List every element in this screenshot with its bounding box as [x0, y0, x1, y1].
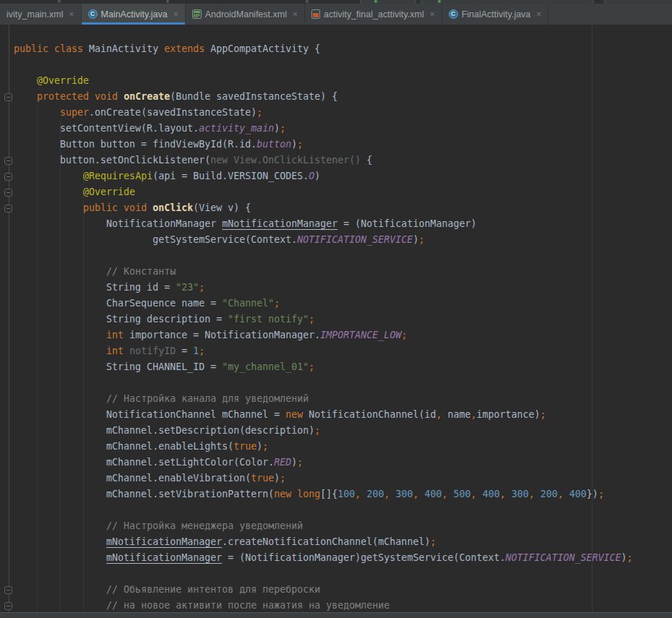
editor[interactable]: public class MainActivity extends AppCom… — [0, 25, 672, 612]
code-line[interactable] — [14, 248, 672, 264]
code-token: @Override — [83, 186, 135, 197]
code-token: ; — [627, 552, 633, 563]
tab-androidmanifest-xml[interactable]: MFAndroidManifest.xml× — [186, 4, 305, 25]
run-icon[interactable] — [374, 0, 377, 3]
code-token — [14, 346, 106, 356]
fold-marker-icon[interactable]: – — [4, 93, 12, 101]
code-line[interactable]: // Настройка канала для уведомлений — [14, 391, 672, 407]
code-line[interactable]: getSystemService(Context.NOTIFICATION_SE… — [14, 232, 672, 248]
code-area[interactable]: public class MainActivity extends AppCom… — [0, 25, 672, 612]
tab-activity-final-acttivity-xml[interactable]: activity_final_acttivity.xml× — [305, 4, 442, 25]
code-line[interactable]: mChannel.setDescription(description); — [14, 423, 672, 439]
code-line[interactable] — [14, 57, 672, 73]
code-token: ; — [309, 361, 314, 372]
code-token: String description = — [14, 314, 228, 325]
code-token: 100 — [337, 489, 355, 499]
code-line[interactable] — [14, 375, 672, 391]
code-token: onClick — [152, 202, 193, 213]
fold-marker-icon[interactable]: – — [4, 586, 12, 594]
close-icon[interactable]: × — [293, 10, 298, 19]
code-token: // на новое активити после нажатия на ув… — [106, 600, 389, 611]
code-token: button.setOnClickListener( — [14, 155, 210, 166]
close-icon[interactable]: × — [430, 10, 435, 19]
code-token: name — [441, 409, 470, 420]
code-line[interactable] — [14, 502, 672, 518]
tab-mainactivity-java[interactable]: CMainActivity.java× — [82, 4, 186, 25]
code-token: ; — [314, 425, 320, 436]
code-token: "23" — [176, 282, 199, 293]
code-token: onCreate — [124, 91, 170, 102]
layout-xml-file-icon — [311, 9, 320, 19]
code-token: AppCompatActivity { — [210, 43, 320, 54]
tab-finalacttivity-java[interactable]: CFinalActtivity.java× — [442, 4, 549, 25]
manifest-file-icon: MF — [192, 9, 202, 19]
tab-label: FinalActtivity.java — [462, 9, 531, 20]
fold-marker-icon[interactable]: – — [4, 173, 12, 181]
fold-marker-icon[interactable]: – — [4, 157, 12, 165]
code-token: importance = NotificationManager. — [124, 330, 320, 340]
code-line[interactable]: mChannel.enableLights(true); — [14, 439, 672, 455]
code-token: ; — [297, 457, 303, 468]
code-line[interactable]: @Override — [14, 73, 672, 89]
code-token: mChannel.enableLights( — [14, 441, 233, 452]
tab-label: MainActivity.java — [101, 9, 168, 20]
code-line[interactable]: button.setOnClickListener(new View.OnCli… — [14, 153, 672, 168]
code-line[interactable]: mChannel.enableVibration(true); — [14, 471, 672, 486]
tab-label: AndroidManifest.xml — [205, 9, 287, 20]
code-token: importance) — [476, 409, 540, 420]
code-token: CharSequence name = — [14, 298, 222, 309]
close-icon[interactable]: × — [536, 10, 541, 19]
code-token: NotificationChannel mChannel = — [14, 409, 285, 420]
code-line[interactable]: // Константы — [14, 264, 672, 280]
code-line[interactable]: String id = "23"; — [14, 280, 672, 296]
code-line[interactable]: mChannel.setLightColor(Color.RED); — [14, 455, 672, 471]
code-line[interactable]: setContentView(R.layout.activity_main); — [14, 121, 672, 137]
code-line[interactable]: int importance = NotificationManager.IMP… — [14, 327, 672, 343]
code-line[interactable]: Button button = findViewById(R.id.button… — [14, 137, 672, 153]
code-token: // Константы — [106, 266, 176, 277]
code-token: int — [106, 330, 124, 340]
code-token — [419, 489, 425, 499]
code-line[interactable]: NotificationManager mNotificationManager… — [14, 216, 672, 232]
code-token: .onCreate(savedInstanceState) — [89, 107, 257, 118]
fold-marker-icon[interactable]: – — [4, 205, 12, 213]
code-line[interactable]: @Override — [14, 184, 672, 200]
code-line[interactable]: int notifyID = 1; — [14, 343, 672, 359]
run-icon[interactable] — [438, 0, 441, 3]
code-line[interactable] — [14, 566, 672, 582]
code-line[interactable]: // Настройка менеджера уведомлений — [14, 518, 672, 534]
code-line[interactable]: mChannel.setVibrationPattern(new long[]{… — [14, 486, 672, 502]
code-token: 400 — [569, 489, 587, 499]
code-token: IMPORTANCE_LOW — [320, 330, 401, 340]
code-token: 300 — [395, 489, 413, 499]
close-icon[interactable]: × — [173, 10, 178, 19]
code-line[interactable]: public void onClick(View v) { — [14, 200, 672, 216]
code-token: ) — [621, 552, 627, 563]
code-token — [564, 489, 569, 499]
code-line[interactable]: // на новое активити после нажатия на ув… — [14, 598, 672, 612]
code-line[interactable]: CharSequence name = "Channel"; — [14, 296, 672, 312]
code-token: notifyID — [129, 346, 176, 356]
code-line[interactable]: mNotificationManager = (NotificationMana… — [14, 550, 672, 566]
code-token: NotificationChannel(id — [303, 409, 436, 420]
fold-marker-icon[interactable]: – — [4, 602, 12, 610]
code-token: 300 — [512, 489, 529, 499]
code-line[interactable]: // Обьявление интентов для переброски — [14, 582, 672, 598]
code-token: button — [257, 139, 291, 150]
fold-marker-icon[interactable]: – — [4, 189, 12, 197]
code-line[interactable]: NotificationChannel mChannel = new Notif… — [14, 407, 672, 423]
code-line[interactable]: String CHANNEL_ID = "my_channel_01"; — [14, 359, 672, 375]
code-line[interactable]: @RequiresApi(api = Build.VERSION_CODES.O… — [14, 168, 672, 184]
tab-ivity-main-xml[interactable]: ivity_main.xml× — [0, 4, 82, 25]
close-icon[interactable]: × — [69, 10, 74, 19]
tab-label: ivity_main.xml — [7, 9, 64, 20]
code-token: = — [176, 346, 193, 356]
code-line[interactable]: String description = "first notify"; — [14, 312, 672, 327]
code-line[interactable]: super.onCreate(savedInstanceState); — [14, 105, 672, 121]
code-line[interactable]: protected void onCreate(Bundle savedInst… — [14, 89, 672, 105]
toolbar-dot — [166, 0, 169, 3]
code-line[interactable]: public class MainActivity extends AppCom… — [14, 41, 672, 57]
code-token: .createNotificationChannel(mChannel) — [222, 536, 430, 547]
code-line[interactable]: mNotificationManager.createNotificationC… — [14, 534, 672, 550]
code-token — [506, 489, 512, 499]
